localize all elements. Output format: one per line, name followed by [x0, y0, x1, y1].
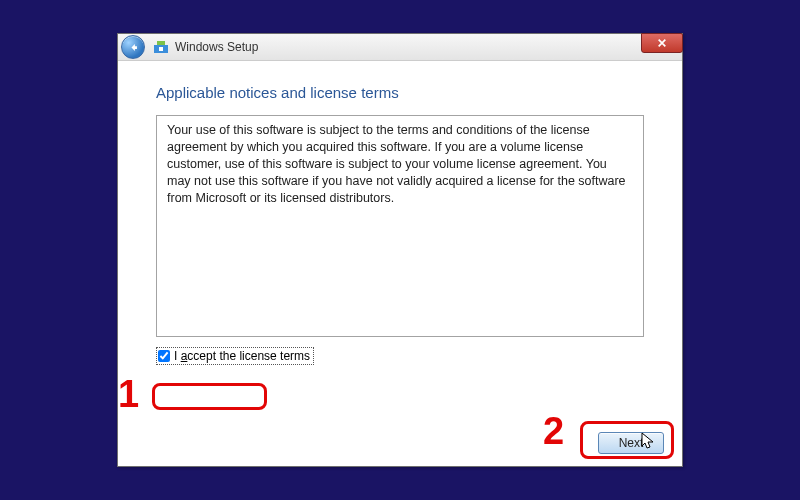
arrow-left-icon [128, 42, 139, 53]
svg-rect-1 [157, 41, 165, 45]
close-button[interactable] [641, 33, 683, 53]
annotation-number-1: 1 [118, 373, 139, 416]
license-terms-box[interactable]: Your use of this software is subject to … [156, 115, 644, 337]
accept-terms-checkbox[interactable] [158, 350, 170, 362]
license-terms-text: Your use of this software is subject to … [167, 123, 626, 205]
client-area: Applicable notices and license terms You… [118, 60, 682, 466]
svg-rect-2 [159, 47, 163, 51]
back-button[interactable] [121, 35, 145, 59]
annotation-number-2: 2 [543, 410, 564, 453]
close-icon [657, 38, 667, 48]
setup-icon [153, 39, 169, 55]
titlebar: Windows Setup [118, 34, 682, 61]
setup-window: Windows Setup Applicable notices and lic… [117, 33, 683, 467]
mouse-cursor-icon [641, 432, 655, 450]
page-heading: Applicable notices and license terms [156, 84, 644, 101]
next-button-label: Next [619, 436, 644, 450]
accept-terms-row[interactable]: I accept the license terms [156, 347, 314, 365]
window-title: Windows Setup [175, 40, 258, 54]
accept-terms-label[interactable]: I accept the license terms [174, 349, 310, 363]
